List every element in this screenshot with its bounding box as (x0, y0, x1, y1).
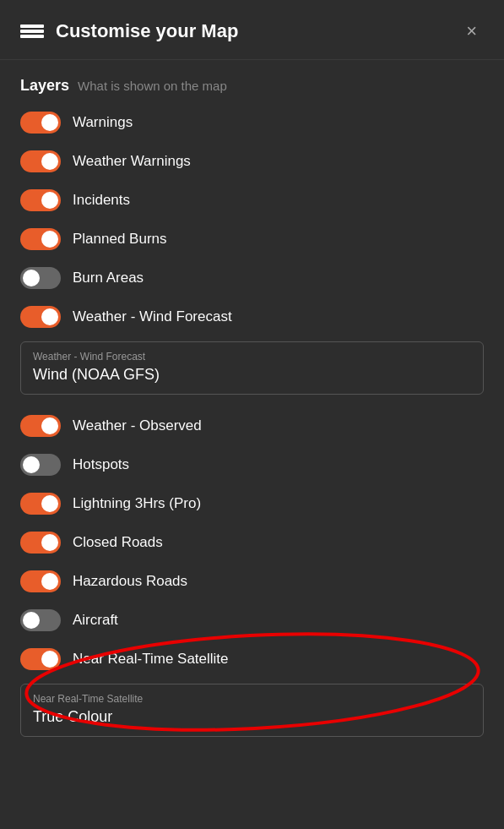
toggle-aircraft[interactable] (20, 609, 61, 631)
toggle-weather-warnings[interactable] (20, 150, 61, 172)
layer-item-hazardous-roads: Hazardous Roads (20, 562, 484, 601)
layers-stack-icon (20, 25, 44, 38)
layer-item-aircraft: Aircraft (20, 601, 484, 640)
toggle-planned-burns[interactable] (20, 228, 61, 250)
toggle-weather-observed[interactable] (20, 415, 61, 437)
layer-item-lightning: Lightning 3Hrs (Pro) (20, 484, 484, 523)
layer-item-weather-warnings: Weather Warnings (20, 142, 484, 181)
toggle-burn-areas[interactable] (20, 267, 61, 289)
section-subtitle: What is shown on the map (78, 79, 227, 93)
toggle-thumb-weather-observed (41, 417, 58, 434)
layer-item-warnings: Warnings (20, 103, 484, 142)
section-title: Layers (20, 77, 69, 95)
wind-forecast-dropdown[interactable]: Weather - Wind Forecast Wind (NOAA GFS) (20, 341, 484, 395)
layer-item-weather-observed: Weather - Observed (20, 406, 484, 445)
toggle-incidents[interactable] (20, 189, 61, 211)
layer-item-weather-wind-forecast: Weather - Wind Forecast (20, 297, 484, 336)
wind-dropdown-label: Weather - Wind Forecast (33, 351, 471, 363)
header-left: Customise your Map (20, 20, 238, 42)
layer-label-closed-roads: Closed Roads (73, 534, 163, 551)
toggle-closed-roads[interactable] (20, 532, 61, 554)
toggle-weather-wind-forecast[interactable] (20, 306, 61, 328)
toggle-thumb-lightning (41, 495, 58, 512)
toggle-warnings[interactable] (20, 112, 61, 134)
layer-label-hazardous-roads: Hazardous Roads (73, 573, 187, 590)
toggle-thumb-closed-roads (41, 534, 58, 551)
toggle-near-real-time-satellite[interactable] (20, 648, 61, 670)
toggle-thumb-aircraft (23, 612, 40, 629)
layers-section-header: Layers What is shown on the map (0, 60, 504, 103)
layer-item-near-real-time-satellite: Near Real-Time Satellite (20, 640, 484, 679)
layer-label-weather-wind-forecast: Weather - Wind Forecast (73, 308, 232, 325)
toggle-hazardous-roads[interactable] (20, 570, 61, 592)
customize-map-panel: Customise your Map × Layers What is show… (0, 0, 504, 829)
satellite-dropdown-label: Near Real-Time Satellite (33, 693, 471, 705)
layers-list-1: Warnings Weather Warnings Incidents Pl (0, 103, 504, 737)
close-button[interactable]: × (459, 19, 484, 44)
layer-label-burn-areas: Burn Areas (73, 270, 144, 286)
toggle-lightning[interactable] (20, 493, 61, 515)
toggle-thumb-warnings (41, 114, 58, 131)
toggle-thumb-hazardous-roads (41, 573, 58, 590)
annotation-wrapper: Near Real-Time Satellite Near Real-Time … (20, 640, 484, 737)
toggle-thumb-hotspots (23, 456, 40, 473)
layer-label-weather-warnings: Weather Warnings (73, 153, 191, 170)
layer-label-hotspots: Hotspots (73, 456, 129, 473)
layer-item-burn-areas: Burn Areas (20, 259, 484, 297)
toggle-hotspots[interactable] (20, 454, 61, 476)
layer-label-near-real-time-satellite: Near Real-Time Satellite (73, 651, 229, 668)
layer-item-planned-burns: Planned Burns (20, 220, 484, 259)
panel-title: Customise your Map (56, 20, 238, 42)
toggle-thumb-satellite (41, 651, 58, 668)
toggle-thumb-planned-burns (41, 231, 58, 248)
layer-label-aircraft: Aircraft (73, 612, 118, 629)
panel-header: Customise your Map × (0, 0, 504, 60)
layer-label-lightning: Lightning 3Hrs (Pro) (73, 495, 201, 512)
layer-label-incidents: Incidents (73, 192, 130, 209)
layer-label-weather-observed: Weather - Observed (73, 417, 202, 434)
satellite-dropdown-value: True Colour (33, 708, 471, 726)
toggle-thumb-burn-areas (23, 270, 40, 286)
layer-item-incidents: Incidents (20, 181, 484, 220)
layer-label-planned-burns: Planned Burns (73, 231, 167, 248)
wind-dropdown-value: Wind (NOAA GFS) (33, 366, 471, 384)
satellite-dropdown[interactable]: Near Real-Time Satellite True Colour (20, 684, 484, 737)
layer-label-warnings: Warnings (73, 114, 133, 131)
toggle-thumb-incidents (41, 192, 58, 209)
layer-item-hotspots: Hotspots (20, 445, 484, 484)
toggle-thumb-weather-wind (41, 308, 58, 325)
layer-item-closed-roads: Closed Roads (20, 523, 484, 562)
toggle-thumb-weather-warnings (41, 153, 58, 170)
